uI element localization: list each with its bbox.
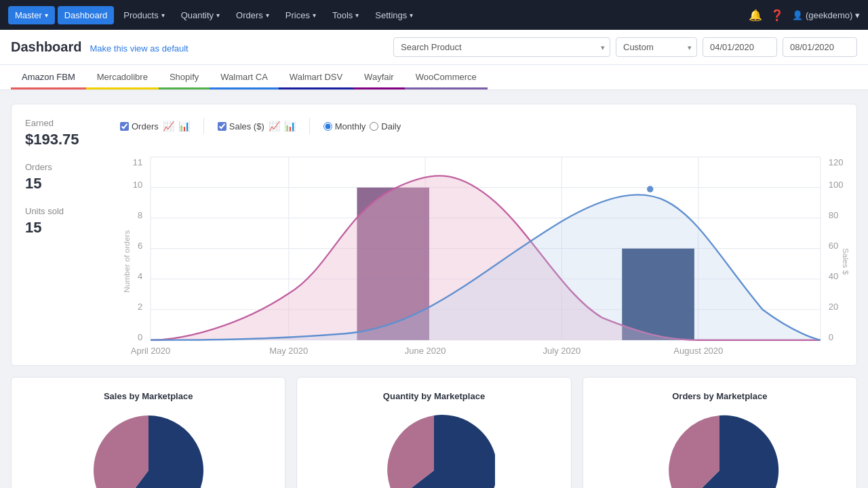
svg-text:4: 4 [138, 271, 142, 281]
svg-text:120: 120 [829, 157, 844, 167]
earned-value: $193.75 [25, 131, 120, 148]
nav-settings-label: Settings [375, 10, 407, 20]
sales-checkbox-label[interactable]: Sales ($) [218, 121, 264, 131]
sales-bar-icon[interactable]: 📊 [284, 121, 296, 131]
help-icon[interactable]: ❓ [770, 9, 784, 22]
earned-label: Earned [25, 118, 120, 128]
user-menu[interactable]: 👤 (geekdemo) ▾ [792, 10, 860, 20]
svg-text:2: 2 [138, 302, 142, 312]
svg-text:0: 0 [829, 332, 833, 342]
tab-wayfair[interactable]: Wayfair [353, 65, 405, 89]
date-to-input[interactable] [783, 37, 857, 57]
period-control-group: Monthly Daily [323, 121, 401, 131]
sales-pie-card: Sales by Marketplace [11, 377, 285, 488]
sales-line-icon[interactable]: 📈 [269, 121, 280, 131]
main-content: Earned $193.75 Orders 15 Units sold 15 [0, 90, 868, 488]
chart-card: Earned $193.75 Orders 15 Units sold 15 [11, 104, 857, 366]
ord-mauve-slice [669, 415, 719, 488]
svg-text:August 2020: August 2020 [673, 346, 723, 356]
svg-text:0: 0 [138, 332, 142, 342]
svg-text:11: 11 [133, 157, 142, 167]
stats-column: Earned $193.75 Orders 15 Units sold 15 [25, 118, 120, 352]
orders-bar-icon[interactable]: 📊 [178, 121, 190, 131]
tab-mercadolibre[interactable]: Mercadolibre [86, 65, 159, 89]
sales-control-label: Sales ($) [229, 121, 264, 131]
daily-radio-label[interactable]: Daily [370, 121, 401, 131]
nav-dashboard[interactable]: Dashboard [58, 6, 115, 24]
daily-label: Daily [381, 121, 401, 131]
svg-text:Sales $: Sales $ [841, 248, 850, 275]
orders-checkbox-label[interactable]: Orders [120, 121, 159, 131]
daily-radio[interactable] [370, 122, 378, 131]
bell-icon[interactable]: 🔔 [749, 9, 762, 22]
nav-prices-label: Prices [285, 10, 310, 20]
make-default-link[interactable]: Make this view as default [90, 43, 188, 54]
tab-walmart-dsv[interactable]: Walmart DSV [279, 65, 353, 89]
marketplace-tabs: Amazon FBM Mercadolibre Shopify Walmart … [0, 65, 868, 90]
nav-orders[interactable]: Orders ▾ [229, 6, 276, 24]
orders-pie-svg [658, 409, 781, 488]
orders-pie-card: Orders by Marketplace [583, 377, 857, 488]
sales-peak-dot [647, 186, 653, 192]
tab-walmart-ca-label: Walmart CA [220, 72, 268, 82]
svg-text:June 2020: June 2020 [405, 346, 446, 356]
nav-orders-label: Orders [236, 10, 263, 20]
brand-label: Master [15, 10, 42, 20]
orders-line-icon[interactable]: 📈 [163, 121, 174, 131]
monthly-radio[interactable] [323, 122, 332, 131]
date-range-select[interactable]: Custom [616, 37, 697, 57]
tab-shopify[interactable]: Shopify [159, 65, 210, 89]
date-from-input[interactable] [703, 37, 777, 57]
monthly-radio-label[interactable]: Monthly [323, 121, 366, 131]
tab-wayfair-label: Wayfair [364, 72, 394, 82]
orders-checkbox[interactable] [120, 122, 129, 131]
chart-wrapper: 0 2 4 6 8 10 11 Number of orders [120, 141, 843, 352]
main-chart-svg: 0 2 4 6 8 10 11 Number of orders [120, 141, 843, 350]
svg-text:100: 100 [829, 180, 844, 190]
nav-dashboard-label: Dashboard [64, 10, 108, 20]
svg-text:6: 6 [138, 241, 142, 251]
orders-pie-title: Orders by Marketplace [672, 391, 767, 401]
brand-menu[interactable]: Master ▾ [8, 6, 55, 24]
brand-caret: ▾ [45, 12, 48, 19]
tab-walmart-dsv-label: Walmart DSV [290, 72, 342, 82]
tab-woocommerce[interactable]: WooCommerce [405, 65, 488, 89]
orders-value: 15 [25, 175, 120, 192]
tab-amazon-label: Amazon FBM [22, 72, 75, 82]
orders-control-label: Orders [132, 121, 159, 131]
prices-caret: ▾ [313, 12, 316, 19]
search-product-select[interactable]: Search Product [393, 37, 610, 57]
svg-text:Number of orders: Number of orders [122, 230, 132, 293]
sales-control-group: Sales ($) 📈 📊 [218, 121, 296, 131]
tab-shopify-label: Shopify [170, 72, 199, 82]
nav-tools[interactable]: Tools ▾ [326, 6, 366, 24]
sales-pie-svg [87, 409, 210, 488]
svg-text:May 2020: May 2020 [269, 346, 308, 356]
search-container: Search Product Custom [393, 37, 857, 57]
user-label: 👤 [792, 10, 806, 20]
svg-text:40: 40 [829, 271, 838, 281]
nav-products-label: Products [123, 10, 158, 20]
sales-mauve-slice [94, 415, 149, 488]
svg-text:20: 20 [829, 302, 838, 312]
nav-prices[interactable]: Prices ▾ [279, 6, 323, 24]
nav-settings[interactable]: Settings ▾ [368, 6, 420, 24]
nav-tools-label: Tools [332, 10, 353, 20]
settings-caret: ▾ [410, 12, 413, 19]
orders-control-group: Orders 📈 📊 [120, 121, 190, 131]
tab-amazon-fbm[interactable]: Amazon FBM [11, 65, 86, 89]
page-title: Dashboard [11, 39, 81, 55]
tools-caret: ▾ [355, 12, 359, 19]
svg-text:April 2020: April 2020 [131, 346, 171, 356]
svg-text:July 2020: July 2020 [543, 346, 581, 356]
tab-mercado-label: Mercadolibre [97, 72, 148, 82]
svg-text:8: 8 [138, 210, 142, 220]
nav-products[interactable]: Products ▾ [117, 6, 171, 24]
tab-walmart-ca[interactable]: Walmart CA [210, 65, 279, 89]
orders-label: Orders [25, 162, 120, 172]
pie-charts-section: Sales by Marketplace Quantity by Marketp… [11, 377, 857, 488]
monthly-label: Monthly [335, 121, 366, 131]
nav-quantity[interactable]: Quantity ▾ [174, 6, 226, 24]
sales-checkbox[interactable] [218, 122, 226, 131]
user-name: (geekdemo) ▾ [806, 10, 860, 20]
